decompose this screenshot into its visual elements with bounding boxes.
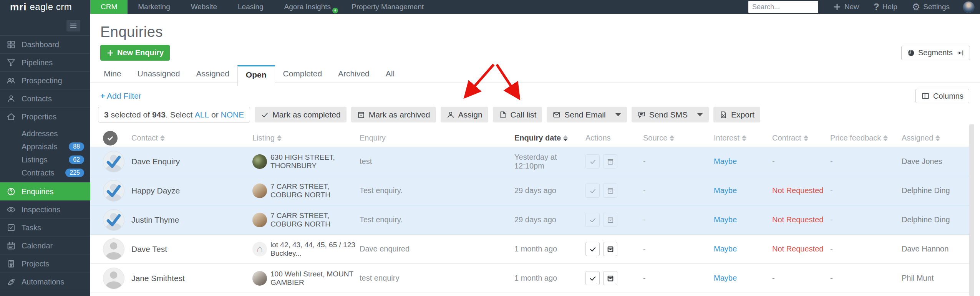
column-header-listing[interactable]: Listing xyxy=(252,134,360,142)
sidebar-item-contracts[interactable]: Contracts225 xyxy=(0,166,90,179)
listing-cell[interactable]: 630 HIGH STREET, THORNBURY xyxy=(252,153,360,170)
contact-avatar xyxy=(103,238,124,260)
topnav-item-agora-insights[interactable]: Agora Insights+ xyxy=(274,0,341,14)
column-header-enquiry[interactable]: Enquiry xyxy=(360,134,514,142)
sidebar-item-listings[interactable]: Listings62 xyxy=(0,153,90,166)
sidebar-item-contacts[interactable]: Contacts xyxy=(0,89,90,107)
topnav-item-marketing[interactable]: Marketing xyxy=(128,0,180,14)
sidebar-item-addresses[interactable]: Addresses xyxy=(0,127,90,140)
sidebar-item-enquiries[interactable]: Enquiries xyxy=(0,182,90,200)
topnav-item-leasing[interactable]: Leasing xyxy=(227,0,274,14)
listing-cell[interactable]: ⌂lot 42, 43, 44, 45, 65 / 123 Buckley... xyxy=(252,241,360,258)
vertical-scrollbar[interactable] xyxy=(969,124,974,296)
tab-open[interactable]: Open xyxy=(237,65,275,86)
column-header-actions[interactable]: Actions xyxy=(585,134,643,142)
interest-link[interactable]: Maybe xyxy=(714,157,772,166)
archive-icon xyxy=(607,216,614,224)
app-logo[interactable]: mri eagle crm xyxy=(0,0,90,14)
mark-as-archived-button[interactable]: Mark as archived xyxy=(351,107,436,122)
global-search-input[interactable] xyxy=(748,1,818,13)
sidebar-item-inspections[interactable]: Inspections xyxy=(0,200,90,218)
source-cell: - xyxy=(643,245,714,253)
send-sms-button[interactable]: Send SMS xyxy=(632,107,709,122)
sidebar-item-prospecting[interactable]: Prospecting xyxy=(0,71,90,89)
export-button[interactable]: Export xyxy=(713,107,760,122)
mark-completed-button[interactable] xyxy=(585,184,600,198)
mark-archived-button[interactable] xyxy=(603,213,617,227)
contact-avatar xyxy=(103,268,124,289)
column-header-source[interactable]: Source xyxy=(643,134,714,142)
sidebar: DashboardPipelinesProspectingContactsPro… xyxy=(0,14,90,296)
sidebar-item-projects[interactable]: Projects xyxy=(0,255,90,273)
sidebar-collapse-button[interactable] xyxy=(66,20,80,31)
sidebar-item-appraisals[interactable]: Appraisals88 xyxy=(0,140,90,153)
mark-archived-button[interactable] xyxy=(603,184,617,198)
column-header-contact[interactable]: Contact xyxy=(131,134,252,142)
listing-cell[interactable]: 7 CARR STREET, COBURG NORTH xyxy=(252,182,360,199)
user-avatar[interactable] xyxy=(963,1,975,13)
sidebar-item-pipelines[interactable]: Pipelines xyxy=(0,53,90,71)
caret-down-icon[interactable] xyxy=(697,113,703,116)
segments-button[interactable]: Segments xyxy=(901,46,970,60)
sidebar-item-brochures[interactable]: Brochures xyxy=(0,291,90,296)
table-row[interactable]: Dave Enquiry630 HIGH STREET, THORNBURYte… xyxy=(90,147,969,176)
new-button[interactable]: New xyxy=(833,3,859,11)
tab-mine[interactable]: Mine xyxy=(96,65,129,83)
tab-completed[interactable]: Completed xyxy=(275,65,330,83)
selected-check-icon[interactable] xyxy=(103,151,124,172)
column-header-enquiry-date[interactable]: Enquiry date xyxy=(514,134,585,142)
mark-completed-button[interactable] xyxy=(585,213,600,227)
sidebar-item-dashboard[interactable]: Dashboard xyxy=(0,35,90,53)
new-enquiry-button[interactable]: New Enquiry xyxy=(100,45,170,61)
select-all-link[interactable]: ALL xyxy=(195,110,209,119)
interest-link[interactable]: Maybe xyxy=(714,274,772,283)
sidebar-item-tasks[interactable]: Tasks xyxy=(0,218,90,236)
column-header-interest[interactable]: Interest xyxy=(714,134,772,142)
caret-down-icon[interactable] xyxy=(615,113,621,116)
table-row[interactable]: Justin Thyme7 CARR STREET, COBURG NORTHT… xyxy=(90,205,969,235)
mark-archived-button[interactable] xyxy=(603,242,617,256)
send-email-button[interactable]: Send Email xyxy=(547,107,627,122)
tab-assigned[interactable]: Assigned xyxy=(188,65,237,83)
topnav-item-property-management[interactable]: Property Management xyxy=(341,0,434,14)
sidebar-item-calendar[interactable]: Calendar xyxy=(0,236,90,255)
listing-cell[interactable]: 7 CARR STREET, COBURG NORTH xyxy=(252,212,360,228)
assign-button[interactable]: Assign xyxy=(441,107,488,122)
mark-as-completed-button[interactable]: Mark as completed xyxy=(255,107,346,122)
interest-link[interactable]: Maybe xyxy=(714,186,772,195)
column-header-contract[interactable]: Contract xyxy=(772,134,830,142)
selected-check-icon[interactable] xyxy=(103,209,124,231)
interest-link[interactable]: Maybe xyxy=(714,215,772,224)
table-row[interactable]: Dave Test⌂lot 42, 43, 44, 45, 65 / 123 B… xyxy=(90,235,969,264)
mark-archived-button[interactable] xyxy=(603,154,617,169)
select-none-link[interactable]: NONE xyxy=(221,110,244,119)
listing-cell[interactable]: 100 Wehl Street, MOUNT GAMBIER xyxy=(252,270,360,287)
enquiry-tabs: MineUnassignedAssignedOpenCompletedArchi… xyxy=(90,65,980,83)
mark-completed-button[interactable] xyxy=(585,271,600,285)
pie-chart-icon xyxy=(907,49,915,57)
tab-unassigned[interactable]: Unassigned xyxy=(129,65,188,83)
table-row[interactable] xyxy=(90,293,969,296)
call-list-button[interactable]: Call list xyxy=(493,107,542,122)
count-badge: 62 xyxy=(69,155,84,164)
columns-button[interactable]: Columns xyxy=(915,89,969,103)
mark-completed-button[interactable] xyxy=(585,154,600,169)
column-header-assigned[interactable]: Assigned xyxy=(902,134,969,142)
column-header-price-feedback[interactable]: Price feedback xyxy=(830,134,902,142)
sidebar-item-properties[interactable]: Properties xyxy=(0,107,90,126)
table-row[interactable]: Happy Dayze7 CARR STREET, COBURG NORTHTe… xyxy=(90,176,969,205)
tab-all[interactable]: All xyxy=(378,65,403,83)
tab-archived[interactable]: Archived xyxy=(330,65,378,83)
mark-archived-button[interactable] xyxy=(603,271,617,285)
add-filter-link[interactable]: + Add Filter xyxy=(100,91,141,101)
topnav-item-crm[interactable]: CRM xyxy=(90,0,128,14)
select-all-checkbox[interactable] xyxy=(103,131,118,146)
selected-check-icon[interactable] xyxy=(103,180,124,202)
mark-completed-button[interactable] xyxy=(585,242,600,256)
topnav-item-website[interactable]: Website xyxy=(181,0,227,14)
interest-link[interactable]: Maybe xyxy=(714,245,772,253)
sidebar-item-automations[interactable]: Automations xyxy=(0,273,90,291)
help-button[interactable]: ?Help xyxy=(874,2,897,12)
settings-button[interactable]: ⚙Settings xyxy=(912,3,950,11)
table-row[interactable]: Jane Smithtest100 Wehl Street, MOUNT GAM… xyxy=(90,264,969,293)
